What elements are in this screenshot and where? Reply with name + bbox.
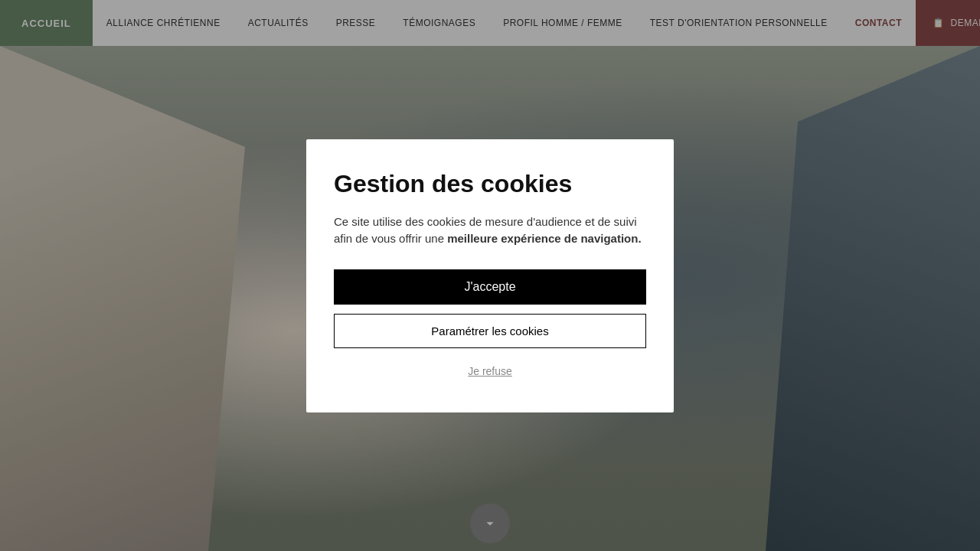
cookie-body-bold: meilleure expérience de navigation. — [447, 232, 641, 245]
refuse-button[interactable]: Je refuse — [334, 357, 646, 385]
params-button[interactable]: Paramétrer les cookies — [334, 314, 646, 348]
modal-overlay: Gestion des cookies Ce site utilise des … — [0, 0, 980, 551]
cookie-modal-title: Gestion des cookies — [334, 170, 646, 198]
accept-button[interactable]: J'accepte — [334, 269, 646, 305]
cookie-modal: Gestion des cookies Ce site utilise des … — [306, 139, 674, 412]
cookie-modal-body: Ce site utilise des cookies de mesure d'… — [334, 214, 646, 248]
